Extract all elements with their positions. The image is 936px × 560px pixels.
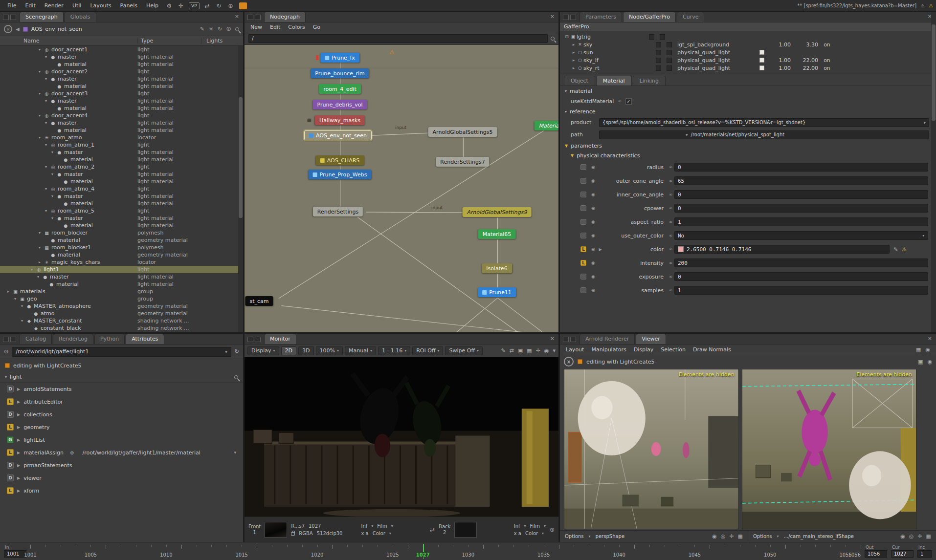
grid-icon[interactable]: ▦ <box>916 346 921 353</box>
nodegraph-menu-colors[interactable]: Colors <box>288 24 305 30</box>
compare-icon[interactable]: ⇄ <box>510 347 514 354</box>
pane-split-icon[interactable] <box>570 15 576 20</box>
solo-checkbox[interactable] <box>667 50 672 55</box>
mute-checkbox[interactable] <box>656 42 661 47</box>
frame-label-1045[interactable]: 1045 <box>689 552 701 558</box>
use-kstd-checkbox[interactable]: ✓ <box>625 98 632 105</box>
parameters-section-header[interactable]: ▼ parameters <box>560 141 936 151</box>
link-icon[interactable]: ∞ <box>667 206 674 211</box>
scenegraph-location-input[interactable]: /root/world/lgt/gaffer/light1 ▾ <box>12 347 231 357</box>
front-buffer-label[interactable]: Front1 <box>248 524 261 535</box>
menu-edit[interactable]: Edit <box>21 1 40 10</box>
frame-label-1005[interactable]: 1005 <box>85 552 97 558</box>
camera-name[interactable]: .../cam_main_stereo_lfShape <box>784 534 854 539</box>
expander-icon[interactable]: ▶ <box>17 412 20 417</box>
tab-globals[interactable]: Globals <box>65 12 96 22</box>
frame-label-1056[interactable]: 1056 <box>848 552 861 558</box>
expander-icon[interactable]: ▶ <box>17 489 20 493</box>
close-icon[interactable]: × <box>233 13 241 20</box>
pane-menu-icons[interactable] <box>3 337 16 342</box>
close-icon[interactable]: × <box>548 13 557 20</box>
layers-icon[interactable]: ▣ <box>918 359 923 365</box>
frame-label-1025[interactable]: 1025 <box>386 552 399 558</box>
gaffer-light-row-sky-lf[interactable]: ▸○sky_lfphysical_quad_light1.0022.00on <box>560 56 936 64</box>
attribute-row-materialassign[interactable]: L▶materialAssign⊚/root/world/lgt/gaffer/… <box>0 446 243 459</box>
link-icon[interactable]: ∞ <box>667 178 674 183</box>
camera-name[interactable]: perspShape <box>596 534 624 539</box>
lightbulb-icon[interactable]: ◉ <box>925 346 930 353</box>
menu-file[interactable]: File <box>3 1 21 10</box>
add-icon[interactable]: ✛ <box>729 533 734 539</box>
gaffer-light-row-sky[interactable]: ▸✕skylgt_spi_background1.003.30on <box>560 41 936 48</box>
pane-split-icon[interactable] <box>10 337 16 342</box>
out-frame-input[interactable]: 1056 <box>865 550 887 558</box>
solo-checkbox[interactable] <box>667 65 672 71</box>
scenegraph-row-constant-black[interactable]: ◆constant_blackshading network ... <box>0 324 243 332</box>
pane-split-icon[interactable] <box>255 337 261 342</box>
expander-icon[interactable]: ▶ <box>17 425 20 430</box>
menu-render[interactable]: Render <box>40 1 68 10</box>
vp-badge[interactable]: VP <box>189 2 200 9</box>
in-frame-input[interactable]: 1001 <box>4 550 26 558</box>
node-prune-fx[interactable]: Prune_fx <box>320 53 359 63</box>
2d-toggle[interactable]: 2D <box>281 346 296 355</box>
expander-icon[interactable]: ▾ <box>50 216 55 220</box>
channel-toggle[interactable]: x a <box>361 531 369 536</box>
scenegraph-row-room-atmo[interactable]: ▾✳room_atmolocator <box>0 134 243 141</box>
param-value-field[interactable]: 2.6500 0.7146 0.7146 <box>674 245 890 254</box>
expander-icon[interactable]: ▾ <box>44 121 48 125</box>
mute-checkbox[interactable] <box>649 34 654 40</box>
solo-checkbox[interactable] <box>667 42 672 47</box>
expander-icon[interactable]: ▾ <box>44 77 48 81</box>
viewer-menu-layout[interactable]: Layout <box>566 346 584 353</box>
frame-label-1040[interactable]: 1040 <box>613 552 625 558</box>
shading-icon[interactable]: ◎ <box>721 533 726 539</box>
expander-icon[interactable]: ▸ <box>571 65 577 70</box>
viewer-menu-draw-normals[interactable]: Draw Normals <box>693 346 731 353</box>
scenegraph-row-room-atmo-5[interactable]: ▾◎room_atmo_5light <box>0 207 243 215</box>
tab-parameters[interactable]: Parameters <box>579 12 622 22</box>
visibility-icon[interactable]: ◉ <box>590 260 597 265</box>
warning-icon[interactable]: ⚠ <box>929 3 933 8</box>
visibility-icon[interactable]: ◉ <box>590 274 597 279</box>
visibility-icon[interactable]: ◉ <box>590 165 597 170</box>
column-lights[interactable]: Lights <box>201 38 243 44</box>
link-icon[interactable]: ∞ <box>667 274 674 279</box>
expander-icon[interactable]: ▾ <box>50 194 55 198</box>
subtab-linking[interactable]: Linking <box>633 76 666 86</box>
visibility-icon[interactable]: ◉ <box>590 206 597 211</box>
param-value-field[interactable]: 0 <box>674 190 928 199</box>
expander-icon[interactable]: ▾ <box>50 150 55 154</box>
expander-icon[interactable]: ▶ <box>17 451 20 455</box>
expander-icon[interactable]: ▸ <box>6 289 11 294</box>
back-buffer-label[interactable]: Back2 <box>439 524 450 535</box>
expander-icon[interactable]: ▾ <box>20 319 24 323</box>
scenegraph-row-master[interactable]: ▾●masterlight material <box>0 193 243 200</box>
frame-label-1010[interactable]: 1010 <box>160 552 172 558</box>
node-prune-debris-vol[interactable]: Prune_debris_vol <box>312 100 367 109</box>
attribute-row-collections[interactable]: D▶collections <box>0 408 243 421</box>
nodegraph-menu-edit[interactable]: Edit <box>270 24 280 30</box>
dropdown-arrow-icon[interactable]: ▾ <box>922 233 925 238</box>
state-badge[interactable] <box>580 205 586 211</box>
back-arrow-icon[interactable]: ◀ <box>16 26 20 32</box>
gaffer-rig-root[interactable]: ⊟▣lgtrig <box>560 33 936 41</box>
grid-icon[interactable]: ▦ <box>926 533 931 539</box>
grid-icon[interactable]: ▦ <box>738 533 743 539</box>
film-dropdown[interactable]: Film <box>377 523 387 529</box>
attribute-row-arnoldstatements[interactable]: D▶arnoldStatements <box>0 383 243 395</box>
scenegraph-row-door-accent4[interactable]: ▾◎door_accent4light <box>0 112 243 119</box>
gain-value[interactable]: 1.00 <box>767 42 791 48</box>
eye-icon[interactable]: ◉ <box>712 533 717 539</box>
scenegraph-row-material[interactable]: ●materiallight material <box>0 200 243 207</box>
pane-menu-icons[interactable] <box>247 337 261 342</box>
state-badge[interactable]: L <box>580 260 586 266</box>
scenegraph-row-material[interactable]: ●materiallight material <box>0 105 243 112</box>
tab-nodegraph[interactable]: Nodegraph <box>264 12 306 22</box>
exposure-value[interactable]: 22.00 <box>791 65 818 71</box>
sync-icon[interactable]: ↻ <box>235 348 239 355</box>
expander-icon[interactable]: ▾ <box>50 172 55 176</box>
gaffer-light-row-sky-rt[interactable]: ▸○sky_rtphysical_quad_light1.0022.00on <box>560 64 936 72</box>
dropdown-arrow-icon[interactable]: ▾ <box>234 450 236 455</box>
link-icon[interactable]: ∞ <box>667 288 674 293</box>
